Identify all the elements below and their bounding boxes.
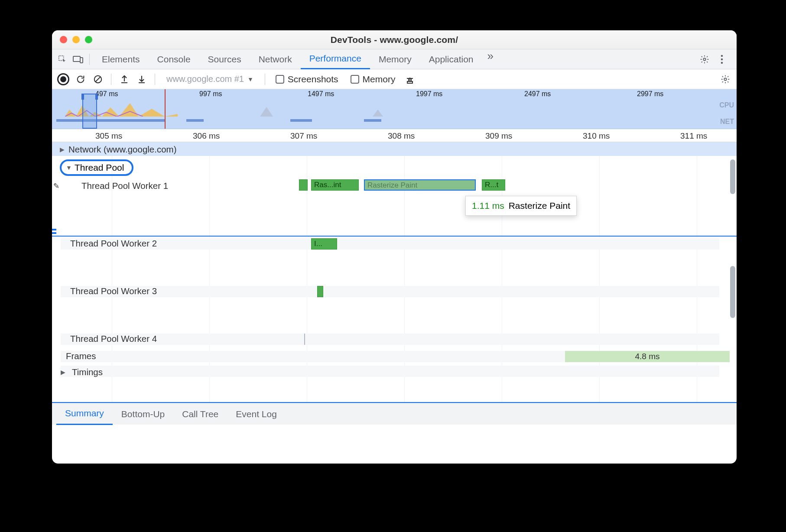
ruler-tick: 310 ms: [583, 131, 610, 141]
overview-tick: 497 ms: [95, 90, 118, 98]
edit-icon: ✎: [53, 182, 59, 191]
detail-ruler[interactable]: 305 ms 306 ms 307 ms 308 ms 309 ms 310 m…: [52, 129, 737, 142]
tab-performance[interactable]: Performance: [301, 49, 370, 69]
tab-application[interactable]: Application: [420, 49, 482, 69]
frames-label: Frames: [66, 351, 96, 361]
task-bar[interactable]: [299, 179, 308, 191]
task-worker2[interactable]: I...: [311, 238, 337, 250]
ruler-tick: 305 ms: [95, 131, 122, 141]
caret-down-icon: ▼: [247, 76, 253, 83]
separator: [89, 54, 90, 65]
svg-point-10: [724, 78, 727, 81]
hover-line-icon: [52, 236, 737, 237]
profile-selector[interactable]: www.google.com #1 ▼: [160, 74, 260, 84]
svg-point-3: [703, 58, 706, 61]
ruler-tick: 311 ms: [680, 131, 707, 141]
network-section-header[interactable]: ▶ Network (www.google.com): [57, 143, 177, 156]
ruler-tick: 306 ms: [193, 131, 220, 141]
worker-3-label: Thread Pool Worker 3: [70, 286, 157, 296]
tab-elements[interactable]: Elements: [93, 49, 149, 69]
timings-section-header[interactable]: ▶ Timings: [58, 366, 103, 379]
network-section-label: Network (www.google.com): [68, 144, 177, 155]
task-rasterize-paint-selected[interactable]: Rasterize Paint: [364, 179, 476, 191]
lane-background: [61, 286, 719, 297]
collapse-arrow-icon: ▼: [66, 164, 72, 171]
download-profile-icon[interactable]: [134, 71, 149, 87]
flame-chart[interactable]: ▶ Network (www.google.com) ▼ Thread Pool…: [52, 142, 737, 402]
tooltip-time: 1.11 ms: [472, 201, 504, 211]
worker-4-label: Thread Pool Worker 4: [70, 334, 157, 344]
svg-rect-2: [80, 58, 83, 63]
tab-console[interactable]: Console: [149, 49, 199, 69]
tab-memory[interactable]: Memory: [370, 49, 420, 69]
svg-line-8: [96, 77, 101, 81]
checkbox-icon: [276, 75, 284, 84]
profile-selector-label: www.google.com #1: [166, 74, 244, 84]
cpu-activity-icon: [373, 108, 383, 117]
window-titlebar: DevTools - www.google.com/: [52, 30, 737, 49]
thread-pool-label: Thread Pool: [75, 162, 124, 173]
scrollbar-thumb[interactable]: [730, 159, 735, 194]
tab-network[interactable]: Network: [250, 49, 301, 69]
tab-summary[interactable]: Summary: [56, 403, 113, 425]
task-rasterize-paint-a[interactable]: Ras...int: [311, 179, 359, 191]
svg-point-4: [721, 55, 723, 57]
tab-call-tree[interactable]: Call Tree: [173, 403, 227, 425]
upload-profile-icon[interactable]: [117, 71, 132, 87]
worker-1-label: Thread Pool Worker 1: [81, 181, 168, 191]
clear-button[interactable]: [90, 71, 106, 87]
minimize-window-button[interactable]: [72, 36, 80, 43]
ruler-tick: 309 ms: [485, 131, 512, 141]
overview-selection-handle[interactable]: [82, 94, 97, 129]
tab-bottom-up[interactable]: Bottom-Up: [113, 403, 173, 425]
close-window-button[interactable]: [60, 36, 67, 43]
more-tabs-icon[interactable]: »: [482, 49, 498, 69]
expand-arrow-icon: ▶: [61, 369, 65, 376]
main-tabs: Elements Console Sources Network Perform…: [93, 49, 697, 69]
ruler-tick: 307 ms: [290, 131, 317, 141]
svg-rect-1: [73, 56, 80, 62]
zoom-window-button[interactable]: [85, 36, 92, 43]
capture-settings-gear-icon[interactable]: [718, 71, 733, 87]
overview-tick: 997 ms: [199, 90, 222, 98]
tooltip-label: Rasterize Paint: [509, 201, 570, 211]
devtools-tab-strip: Elements Console Sources Network Perform…: [52, 49, 737, 69]
scrollbar-thumb[interactable]: [730, 266, 735, 318]
garbage-collect-icon[interactable]: [402, 71, 418, 87]
tab-event-log[interactable]: Event Log: [227, 403, 286, 425]
device-toolbar-icon[interactable]: [70, 52, 86, 67]
task-worker3[interactable]: [317, 286, 323, 297]
separator: [155, 74, 155, 85]
svg-point-5: [721, 58, 723, 60]
kebab-menu-icon[interactable]: [714, 52, 730, 67]
lane-background: [61, 238, 719, 250]
range-marker-icon: [52, 229, 56, 234]
task-tooltip: 1.11 ms Rasterize Paint: [465, 196, 577, 216]
inspect-element-icon[interactable]: [55, 52, 70, 67]
separator: [111, 74, 111, 85]
lane-background: [61, 334, 719, 345]
overview-tick: 1497 ms: [308, 90, 334, 98]
memory-checkbox[interactable]: Memory: [345, 74, 401, 84]
screenshots-label: Screenshots: [288, 74, 338, 84]
cpu-activity-icon: [260, 106, 273, 117]
frame-bar[interactable]: 4.8 ms: [565, 351, 730, 362]
thread-pool-section-header[interactable]: ▼ Thread Pool: [60, 159, 133, 176]
task-sliver-icon[interactable]: [304, 334, 305, 345]
worker-2-label: Thread Pool Worker 2: [70, 238, 157, 249]
overview-tick: 2997 ms: [637, 90, 663, 98]
screenshots-checkbox[interactable]: Screenshots: [270, 74, 344, 84]
tab-sources[interactable]: Sources: [199, 49, 250, 69]
separator: [265, 74, 265, 85]
timeline-overview[interactable]: 497 ms 997 ms 1497 ms 1997 ms 2497 ms 29…: [52, 89, 737, 129]
overview-tick: 1997 ms: [416, 90, 442, 98]
lane-background: [61, 366, 719, 377]
task-rasterize-paint-c[interactable]: R...t: [482, 179, 505, 191]
record-button[interactable]: [55, 71, 71, 87]
marker-line-icon: [165, 89, 166, 129]
cpu-activity-icon: [65, 101, 178, 117]
reload-record-button[interactable]: [73, 71, 88, 87]
settings-gear-icon[interactable]: [697, 52, 712, 67]
net-activity-icon: [52, 118, 737, 122]
worker-1-header[interactable]: ✎ Thread Pool Worker 1: [52, 179, 168, 192]
